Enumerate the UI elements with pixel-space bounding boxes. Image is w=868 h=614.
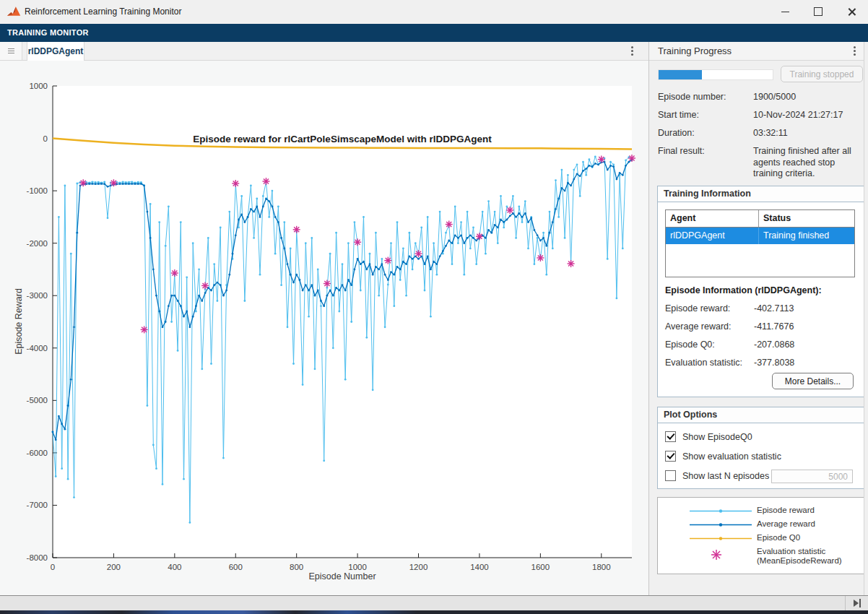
svg-text:0: 0 [43, 134, 48, 143]
evaluation-statistic-value: -377.8038 [754, 358, 794, 368]
kebab-menu-icon [854, 46, 856, 48]
skip-to-end-icon[interactable] [854, 599, 862, 607]
episode-reward-swatch-icon [690, 506, 752, 516]
svg-text:600: 600 [229, 563, 243, 571]
document-tab-bar: rlDDPGAgent [0, 42, 648, 61]
legend-item-episode-q0: Episode Q0 [658, 532, 864, 544]
svg-text:1000: 1000 [348, 563, 367, 571]
legend-label-evaluation-statistic-2: (MeanEpisodeReward) [757, 556, 842, 565]
show-evaluation-statistic-checkbox[interactable] [665, 451, 676, 462]
sidebar-options-menu[interactable] [854, 46, 861, 58]
toolstrip: TRAINING MONITOR [0, 24, 868, 42]
kebab-menu-icon [631, 46, 633, 48]
duration-label: Duration: [658, 128, 695, 138]
show-last-n-episodes-checkbox[interactable] [665, 470, 676, 481]
last-n-episodes-input[interactable] [771, 470, 853, 483]
chart-title: Episode reward for rlCartPoleSimscapeMod… [193, 134, 492, 144]
maximize-icon [814, 7, 823, 16]
svg-text:1000: 1000 [29, 82, 48, 90]
final-result-value: Training finished after all agents reach… [753, 146, 863, 180]
legend-label-evaluation-statistic: Evaluation statistic [757, 547, 825, 555]
svg-text:1200: 1200 [409, 563, 428, 571]
tab-options-menu[interactable] [631, 46, 638, 58]
episode-reward-value: -402.7113 [754, 303, 794, 314]
training-progress-sidebar: Training Progress Training stopped Episo… [648, 42, 868, 595]
legend-panel: Episode reward Average reward Episode Q0 [657, 497, 864, 574]
svg-text:-5000: -5000 [27, 396, 48, 405]
more-details-button[interactable]: More Details... [772, 373, 854, 389]
status-column-header: Status [759, 210, 852, 227]
svg-text:800: 800 [290, 563, 303, 571]
tab-drag-handle[interactable] [0, 42, 22, 60]
toolstrip-tab-training-monitor[interactable]: TRAINING MONITOR [7, 24, 89, 42]
show-last-n-episodes-option[interactable]: Show last N episodes [665, 470, 769, 481]
average-reward-value: -411.7676 [754, 321, 794, 332]
window-title: Reinforcement Learning Training Monitor [25, 7, 181, 17]
minimize-icon [781, 12, 789, 12]
svg-text:-7000: -7000 [27, 501, 48, 509]
svg-text:400: 400 [168, 563, 181, 571]
tab-rlddpgagent[interactable]: rlDDPGAgent [27, 42, 84, 61]
minimize-button[interactable] [768, 0, 802, 23]
svg-text:0: 0 [51, 563, 55, 571]
evaluation-statistic-asterisk-icon [710, 548, 723, 561]
final-result-label: Final result: [658, 146, 705, 156]
table-header-row: Agent Status [666, 210, 854, 228]
y-axis-label: Episode Reward [14, 288, 24, 355]
svg-text:1400: 1400 [470, 563, 489, 571]
start-time-label: Start time: [658, 110, 699, 120]
bottom-status-strip [0, 595, 868, 610]
sidebar-collapse-gutter [864, 42, 868, 595]
hamburger-icon [8, 48, 14, 49]
average-reward-swatch-icon [690, 520, 752, 529]
show-episodeq0-label: Show EpisodeQ0 [682, 432, 752, 442]
start-time-value: 10-Nov-2024 21:27:17 [753, 110, 863, 121]
show-evaluation-statistic-label: Show evaluation statistic [682, 451, 781, 462]
show-episodeq0-option[interactable]: Show EpisodeQ0 [665, 431, 752, 442]
training-progress-bar [658, 69, 773, 80]
legend-label-episode-reward: Episode reward [757, 506, 815, 514]
episode-number-value: 1900/5000 [753, 92, 863, 103]
plot-options-title: Plot Options [658, 407, 864, 423]
episode-q0-value: -207.0868 [754, 340, 794, 350]
agent-cell: rlDDPGAgent [666, 228, 759, 244]
matlab-logo-icon [7, 5, 21, 17]
training-information-panel: Training Information Agent Status rlDDPG… [657, 186, 864, 397]
training-information-title: Training Information [658, 186, 864, 202]
svg-text:200: 200 [107, 563, 121, 571]
evaluation-statistic-label: Evaluation statistic: [665, 358, 742, 368]
sidebar-title: Training Progress [658, 42, 732, 60]
legend-label-episode-q0: Episode Q0 [757, 533, 800, 542]
maximize-button[interactable] [802, 0, 835, 23]
app-window: Reinforcement Learning Training Monitor … [0, 0, 868, 614]
episode-q0-swatch-icon [690, 534, 752, 543]
close-button[interactable] [835, 0, 868, 23]
svg-text:1600: 1600 [531, 563, 550, 571]
svg-text:-3000: -3000 [27, 291, 48, 300]
svg-text:-8000: -8000 [27, 553, 48, 562]
chart-document: 02004006008001000120014001600180010000-1… [0, 61, 648, 595]
x-axis-label: Episode Number [308, 571, 376, 581]
agent-column-header: Agent [666, 210, 759, 227]
title-bar: Reinforcement Learning Training Monitor [0, 0, 868, 25]
table-row[interactable]: rlDDPGAgent Training finished [666, 228, 854, 244]
svg-text:1800: 1800 [592, 563, 611, 571]
average-reward-label: Average reward: [665, 321, 732, 332]
legend-item-average-reward: Average reward [658, 519, 864, 530]
taskbar-sliver [0, 610, 868, 614]
show-episodeq0-checkbox[interactable] [665, 431, 676, 442]
reward-chart: 02004006008001000120014001600180010000-1… [0, 61, 648, 595]
legend-item-episode-reward: Episode reward [658, 505, 864, 516]
plot-area [53, 86, 632, 558]
plot-options-panel: Plot Options Show EpisodeQ0 Show evaluat… [657, 407, 864, 489]
svg-text:-6000: -6000 [27, 449, 48, 457]
svg-text:-4000: -4000 [27, 344, 48, 353]
show-evaluation-statistic-option[interactable]: Show evaluation statistic [665, 451, 781, 462]
svg-text:-1000: -1000 [27, 186, 48, 195]
duration-value: 03:32:11 [753, 128, 863, 139]
legend-item-evaluation-statistic: Evaluation statistic (MeanEpisodeReward) [658, 547, 864, 567]
svg-text:-2000: -2000 [27, 239, 48, 248]
episode-number-label: Episode number: [658, 92, 726, 102]
training-stopped-button[interactable]: Training stopped [781, 66, 863, 82]
episode-q0-label: Episode Q0: [665, 340, 715, 350]
